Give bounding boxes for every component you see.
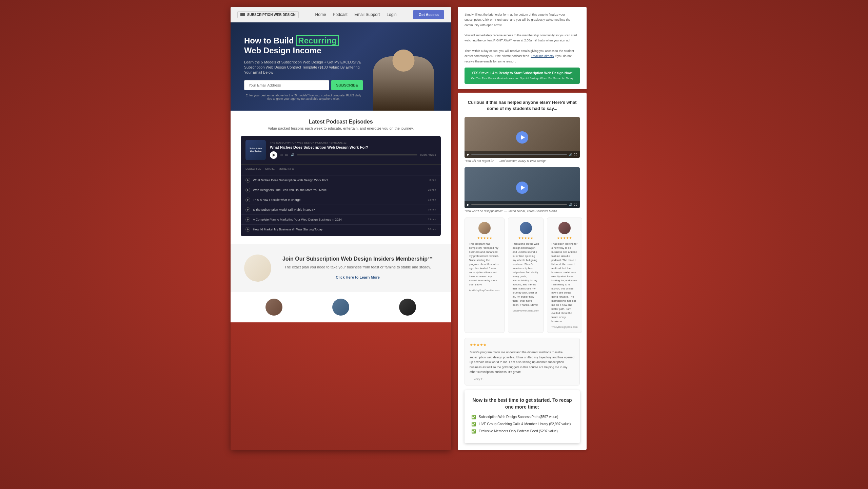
- podcast-thumbnail-text: SubscriptionWeb Design: [250, 147, 262, 153]
- recap-item-2: ✅ LIVE Group Coaching Calls & Member Lib…: [471, 422, 573, 427]
- avatar-2: [332, 299, 349, 316]
- video-progress-2: [471, 204, 567, 205]
- text-testimonial-2: ★★★★★ I felt alone on the web design ban…: [508, 218, 544, 333]
- recap-text-1: Subscription Web Design Success Path ($5…: [479, 415, 558, 419]
- recap-check-3: ✅: [471, 429, 476, 434]
- yes-ready-label: YES Steve! I Am Ready to Start Subscript…: [472, 71, 573, 75]
- video-testimonial-1: ▶ 🔊 ⛶ "You will not regret it!" — Tami K…: [465, 117, 580, 163]
- yes-ready-button[interactable]: YES Steve! I Am Ready to Start Subscript…: [465, 68, 580, 84]
- large-testimonial-text: Steve's program made me understand the d…: [470, 350, 575, 374]
- right-top-text: Simply fill out the brief order form at …: [465, 12, 580, 64]
- avatar-3: [399, 299, 416, 316]
- video-thumb-2: ▶ 🔊 ⛶: [465, 167, 580, 208]
- episode-duration-6: 16 min: [428, 228, 436, 231]
- testimonial-author-3: TracyDesignpros.com: [551, 325, 578, 328]
- membership-title: Join Our Subscription Web Design Insider…: [278, 256, 437, 262]
- get-access-button[interactable]: Get Access: [413, 10, 444, 19]
- episode-title-2[interactable]: Web Designers: The Less You Do, the More…: [253, 188, 425, 192]
- list-item: This is how I decide what to charge 13 m…: [241, 195, 441, 205]
- recap-check-2: ✅: [471, 422, 476, 427]
- video-ctrl-play-2[interactable]: ▶: [467, 203, 469, 206]
- nav-email-support[interactable]: Email Support: [354, 12, 380, 17]
- testimonial-text-2: I felt alone on the web design bandwagon…: [512, 242, 539, 307]
- nav-home[interactable]: Home: [315, 12, 326, 17]
- episode-title-5[interactable]: A Complete Plan to Marketing Your Web De…: [253, 218, 425, 221]
- video-caption-1: "You will not regret it!" — Tami Koester…: [465, 159, 580, 163]
- progress-bar-container[interactable]: [297, 154, 417, 155]
- subscribe-button[interactable]: SUBSCRIBE: [331, 80, 363, 90]
- episode-title-4[interactable]: Is the Subscription Model Still Viable i…: [253, 208, 425, 211]
- hero-fine-print: Enter your best email above for the "5 m…: [244, 94, 363, 100]
- list-play-6[interactable]: [245, 227, 250, 232]
- hero-subtitle: Learn the 5 Models of Subscription Web D…: [244, 60, 363, 75]
- podcast-actions: SUBSCRIBE SHARE MORE INFO: [241, 164, 441, 173]
- testimonial-avatar-3: [558, 222, 571, 234]
- hero-title-line2: Web Design Income: [244, 46, 321, 55]
- yes-ready-sublabel: Get Two Free Bonus Masterclasses and Spe…: [471, 77, 573, 80]
- list-play-3[interactable]: [245, 198, 250, 202]
- video-controls-bar-1: ▶ 🔊 ⛶: [465, 151, 580, 158]
- recap-item-3: ✅ Exclusive Members Only Podcast Feed ($…: [471, 429, 573, 434]
- play-button[interactable]: [270, 151, 277, 159]
- large-testimonial-stars: ★★★★★: [470, 343, 575, 347]
- episode-duration-3: 13 min: [428, 198, 436, 201]
- membership-section: Join Our Subscription Web Design Insider…: [231, 244, 451, 292]
- list-play-4[interactable]: [245, 207, 250, 212]
- episode-title-1[interactable]: What Niches Does Subscription Web Design…: [253, 178, 427, 182]
- list-play-5[interactable]: [245, 217, 250, 222]
- testimonials-title: Curious if this has helped anyone else? …: [465, 99, 580, 112]
- hero-title: How to Build Recurring Web Design Income: [244, 36, 363, 56]
- recap-text-3: Exclusive Members Only Podcast Feed ($29…: [479, 429, 558, 433]
- testimonial-author-1: AprilMayRayCreative.com: [469, 289, 500, 292]
- share-action[interactable]: SHARE: [265, 167, 275, 170]
- navbar-brand[interactable]: SUBSCRIPTION WEB DESIGN: [237, 11, 299, 18]
- navbar-links: Home Podcast Email Support Login: [315, 12, 397, 17]
- brand-label: SUBSCRIPTION WEB DESIGN: [247, 13, 296, 17]
- video-play-button-1[interactable]: [516, 131, 528, 144]
- more-info-action[interactable]: MORE INFO: [279, 167, 294, 170]
- list-item: Is the Subscription Model Still Viable i…: [241, 205, 441, 214]
- video-ctrl-full-2[interactable]: ⛶: [574, 203, 577, 206]
- membership-desc: The exact plan you need to take your bus…: [278, 265, 437, 270]
- email-input[interactable]: [244, 80, 329, 90]
- testimonial-text-1: This program has completely reshaped my …: [469, 242, 500, 287]
- testimonial-stars-3: ★★★★★: [551, 236, 578, 240]
- nav-podcast[interactable]: Podcast: [333, 12, 348, 17]
- video-testimonial-2: ▶ 🔊 ⛶ "You won't be disappointed!" — Jac…: [465, 167, 580, 213]
- episode-title-3[interactable]: This is how I decide what to charge: [253, 198, 425, 202]
- recap-section: Now is the best time to get started. To …: [465, 390, 580, 443]
- list-item: What Niches Does Subscription Web Design…: [241, 175, 441, 185]
- large-testimonial-author: — Greg P.: [470, 377, 575, 380]
- list-item: A Complete Plan to Marketing Your Web De…: [241, 214, 441, 224]
- list-play-1[interactable]: [245, 178, 250, 183]
- recap-title: Now is the best time to get started. To …: [471, 397, 573, 410]
- video-ctrl-vol-1[interactable]: 🔊: [569, 153, 572, 156]
- back-icon[interactable]: ⏮: [280, 153, 283, 156]
- right-panel: Simply fill out the brief order form at …: [458, 7, 587, 450]
- hero-title-highlight: Recurring: [296, 35, 338, 46]
- episode-title-6[interactable]: How I'd Market My Business if I Was Star…: [253, 228, 425, 231]
- video-play-button-2[interactable]: [516, 182, 528, 194]
- video-ctrl-vol-2[interactable]: 🔊: [569, 203, 572, 206]
- podcast-section-title: Latest Podcast Episodes: [241, 119, 441, 125]
- text-testimonials-row: ★★★★★ This program has completely reshap…: [465, 218, 580, 333]
- email-link[interactable]: Email me directly: [531, 54, 554, 58]
- recap-check-1: ✅: [471, 415, 476, 419]
- list-play-2[interactable]: [245, 188, 250, 192]
- recap-text-2: LIVE Group Coaching Calls & Member Libra…: [479, 422, 571, 426]
- video-ctrl-full-1[interactable]: ⛶: [574, 153, 577, 156]
- testimonial-stars-1: ★★★★★: [469, 236, 500, 240]
- learn-more-button[interactable]: Click Here to Learn More: [336, 275, 380, 279]
- nav-login[interactable]: Login: [387, 12, 396, 17]
- episode-duration-5: 13 min: [428, 218, 436, 221]
- testimonial-author-2: MikeProwenzano.com: [512, 309, 539, 312]
- recap-item-1: ✅ Subscription Web Design Success Path (…: [471, 415, 573, 419]
- volume-icon[interactable]: 🔊: [291, 153, 294, 156]
- podcast-section: Latest Podcast Episodes Value packed les…: [231, 111, 451, 244]
- subscribe-action[interactable]: SUBSCRIBE: [245, 167, 261, 170]
- left-panel: SUBSCRIPTION WEB DESIGN Home Podcast Ema…: [231, 7, 451, 450]
- forward-icon[interactable]: ⏭: [285, 153, 288, 156]
- podcast-player: SubscriptionWeb Design THE SUBSCRIPTION …: [241, 136, 441, 236]
- video-play-icon-1: [521, 135, 525, 140]
- video-ctrl-play-1[interactable]: ▶: [467, 153, 469, 156]
